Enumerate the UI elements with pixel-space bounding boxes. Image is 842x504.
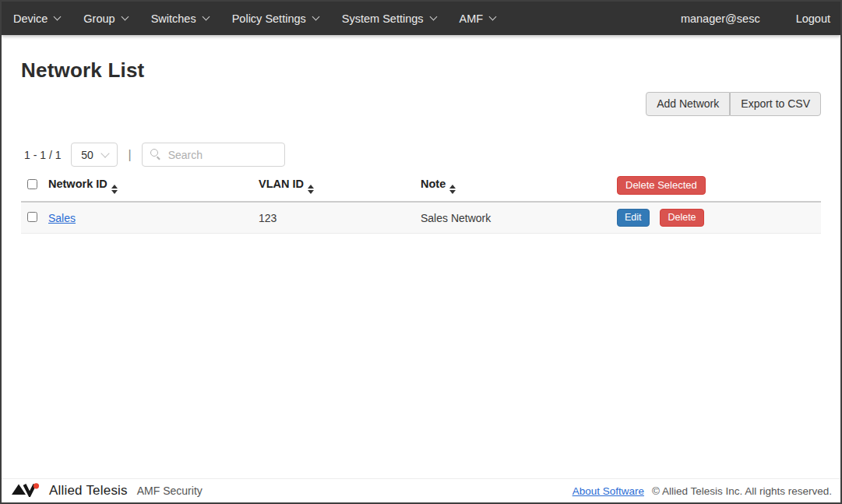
column-header-vlan-id[interactable]: VLAN ID <box>259 171 421 202</box>
chevron-down-icon <box>429 13 437 21</box>
nav-item-label: AMF <box>460 12 484 25</box>
column-header-note[interactable]: Note <box>421 171 617 202</box>
chevron-down-icon <box>121 13 129 21</box>
search-input[interactable] <box>142 143 285 167</box>
chevron-down-icon <box>100 149 109 157</box>
footer: Allied Telesis AMF Security About Softwa… <box>2 478 840 502</box>
column-header-label: Network ID <box>48 178 107 190</box>
top-navbar: Device Group Switches Policy Settings Sy… <box>2 2 840 35</box>
toolbar-button-group: Add Network Export to CSV <box>646 92 821 116</box>
sort-icon <box>449 185 456 194</box>
copyright-text: © Allied Telesis Inc. All rights reserve… <box>652 485 832 497</box>
row-checkbox[interactable] <box>27 212 37 222</box>
export-csv-button[interactable]: Export to CSV <box>730 92 821 116</box>
page-title: Network List <box>21 58 821 83</box>
page-size-value: 50 <box>81 149 93 161</box>
toolbar: Add Network Export to CSV <box>21 92 821 116</box>
chevron-down-icon <box>312 13 319 21</box>
nav-item-label: System Settings <box>342 12 424 25</box>
nav-item-group[interactable]: Group <box>83 12 127 25</box>
nav-item-amf[interactable]: AMF <box>460 12 496 25</box>
delete-selected-button[interactable]: Delete Selected <box>617 176 706 195</box>
chevron-down-icon <box>489 13 497 21</box>
about-software-link[interactable]: About Software <box>572 485 644 497</box>
list-controls: 1 - 1 / 1 50 | <box>21 143 821 167</box>
search-wrap <box>142 143 285 167</box>
network-id-link[interactable]: Sales <box>48 212 76 224</box>
delete-button[interactable]: Delete <box>660 209 703 227</box>
logged-in-user: manager@sesc <box>681 12 760 25</box>
chevron-down-icon <box>54 13 62 21</box>
nav-item-label: Device <box>13 12 48 25</box>
add-network-button[interactable]: Add Network <box>646 92 730 116</box>
nav-item-label: Group <box>83 12 114 25</box>
table-row: Sales 123 Sales Network Edit Delete <box>21 202 821 234</box>
nav-item-label: Switches <box>151 12 196 25</box>
allied-telesis-logo-icon <box>12 482 43 500</box>
separator: | <box>128 148 131 162</box>
page-size-select[interactable]: 50 <box>71 143 118 167</box>
column-header-network-id[interactable]: Network ID <box>48 171 259 202</box>
logout-button[interactable]: Logout <box>796 12 830 25</box>
sort-icon <box>308 185 314 194</box>
nav-item-switches[interactable]: Switches <box>151 12 209 25</box>
brand-name: Allied Telesis <box>49 483 128 499</box>
nav-item-label: Policy Settings <box>232 12 306 25</box>
main-content: Network List Add Network Export to CSV 1… <box>2 58 840 234</box>
vlan-id-cell: 123 <box>259 202 421 234</box>
note-cell: Sales Network <box>421 202 617 234</box>
select-all-checkbox[interactable] <box>27 179 37 189</box>
pagination-range: 1 - 1 / 1 <box>24 149 61 161</box>
chevron-down-icon <box>202 13 210 21</box>
column-header-label: VLAN ID <box>259 178 304 190</box>
network-table: Network ID VLAN ID Note Delete Selected <box>21 171 821 234</box>
nav-item-device[interactable]: Device <box>13 12 60 25</box>
nav-item-system-settings[interactable]: System Settings <box>342 12 436 25</box>
product-name: AMF Security <box>137 485 203 497</box>
table-header-row: Network ID VLAN ID Note Delete Selected <box>21 171 821 202</box>
column-header-label: Note <box>421 178 446 190</box>
sort-icon <box>111 185 118 194</box>
nav-item-policy-settings[interactable]: Policy Settings <box>232 12 319 25</box>
edit-button[interactable]: Edit <box>617 209 650 227</box>
